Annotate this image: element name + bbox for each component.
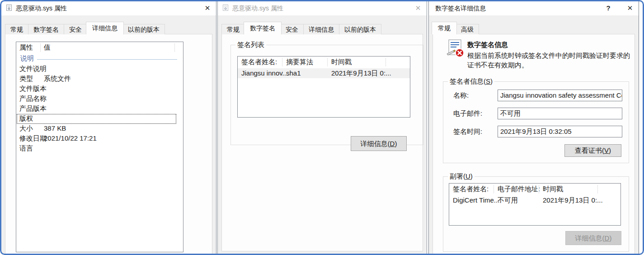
signing-time-field[interactable]: 2021年9月13日 0:32:05: [498, 126, 622, 137]
tab-strip: 常规 数字签名 安全 详细信息 以前的版本: [5, 22, 165, 34]
property-row[interactable]: 类型 系统文件: [16, 74, 183, 84]
titlebar[interactable]: 数字签名详细信息 ? ✕: [429, 1, 639, 15]
group-label: 说明: [20, 54, 34, 63]
signatures-tab-page: 签名列表 签名者姓名: 摘要算法 时间戳 Jiangsu innov... sh…: [221, 34, 423, 251]
tab-previous-versions[interactable]: 以前的版本: [339, 24, 381, 34]
column-divider[interactable]: [539, 185, 539, 194]
window-title: 数字签名详细信息: [435, 5, 486, 13]
groupbox-label: 签名者信息(S): [448, 77, 494, 86]
signing-time-label: 签名时间:: [453, 128, 482, 136]
countersignature-row[interactable]: DigiCert Time... 不可用 2021年9月13日 0:...: [449, 195, 620, 205]
signature-details-dialog: 数字签名详细信息 ? ✕ 常规 高级 数字签名信息: [428, 1, 639, 255]
countersignature-details-button-disabled: 详细信息(D): [565, 231, 621, 245]
property-row[interactable]: 文件版本: [16, 84, 183, 94]
close-icon[interactable]: ✕: [201, 1, 214, 15]
column-signer-name[interactable]: 签名者姓名:: [241, 58, 277, 66]
titlebar[interactable]: 恶意驱动.sys 属性 ✕: [1, 1, 216, 15]
titlebar[interactable]: 恶意驱动.sys 属性 ✕: [218, 1, 427, 15]
column-value[interactable]: 值: [44, 43, 51, 52]
property-row-copyright-focused[interactable]: 版权: [16, 113, 183, 123]
tab-general[interactable]: 常规: [432, 22, 457, 34]
tab-security[interactable]: 安全: [64, 24, 87, 34]
property-row[interactable]: 产品名称: [16, 94, 183, 104]
column-timestamp[interactable]: 时间戳: [543, 185, 563, 194]
tab-details[interactable]: 详细信息: [86, 22, 124, 34]
general-tab-page: 数字签名信息 根据当前系统时钟或签名文件中的时间戳验证时要求的证书不在有效期内。…: [432, 34, 635, 255]
tab-advanced[interactable]: 高级: [456, 24, 479, 34]
column-digest-algorithm[interactable]: 摘要算法: [286, 58, 313, 66]
column-signer-name[interactable]: 签名者姓名:: [453, 185, 489, 194]
signature-list-groupbox: 签名列表 签名者姓名: 摘要算法 时间戳 Jiangsu innov... sh…: [230, 45, 423, 145]
property-row[interactable]: 修改日期 2021/10/22 17:21: [16, 133, 183, 143]
signature-listview[interactable]: 签名者姓名: 摘要算法 时间戳 Jiangsu innov... sha1 20…: [237, 56, 410, 118]
property-row[interactable]: 文件说明: [16, 64, 183, 74]
help-icon[interactable]: ?: [602, 1, 615, 15]
list-header: 签名者姓名: 摘要算法 时间戳: [238, 57, 410, 68]
window-title: 恶意驱动.sys 属性: [232, 5, 283, 13]
tab-strip: 常规 高级: [432, 22, 479, 34]
column-divider[interactable]: [327, 58, 328, 66]
column-divider[interactable]: [385, 58, 386, 66]
tab-digital-signatures[interactable]: 数字签名: [28, 24, 64, 34]
tab-digital-signatures[interactable]: 数字签名: [244, 22, 282, 34]
tab-strip: 常规 数字签名 安全 详细信息 以前的版本: [221, 22, 381, 34]
group-row-description: 说明: [16, 54, 183, 64]
tab-previous-versions[interactable]: 以前的版本: [122, 24, 165, 34]
sys-file-icon: [5, 4, 13, 13]
tab-details[interactable]: 详细信息: [303, 24, 339, 34]
list-header: 属性 值: [16, 42, 183, 54]
properties-list[interactable]: 属性 值 说明 文件说明 类型 系统文件 文件版: [16, 42, 183, 252]
column-property[interactable]: 属性: [19, 43, 33, 52]
details-button[interactable]: 详细信息(D): [351, 136, 407, 151]
tab-general[interactable]: 常规: [221, 24, 245, 34]
countersignature-listview[interactable]: 签名者姓名: 电子邮件地址: 时间戳 DigiCert Time... 不可用 …: [449, 183, 621, 226]
column-divider[interactable]: [494, 185, 494, 194]
signature-info-heading: 数字签名信息: [467, 41, 508, 49]
column-divider[interactable]: [174, 43, 175, 52]
column-divider[interactable]: [597, 185, 598, 194]
properties-dialog-details-tab: 恶意驱动.sys 属性 ✕ 常规 数字签名 安全 详细信息 以前的版本 属性 值…: [1, 1, 216, 255]
window-title: 恶意驱动.sys 属性: [16, 5, 67, 13]
groupbox-label: 副署(U): [448, 172, 475, 181]
sys-file-icon: [222, 4, 229, 13]
close-icon[interactable]: ✕: [411, 1, 425, 15]
properties-dialog-signatures-tab: 恶意驱动.sys 属性 ✕ 常规 数字签名 安全 详细信息 以前的版本 签名列表…: [217, 1, 427, 255]
countersignatures-groupbox: 副署(U) 签名者姓名: 电子邮件地址: 时间戳 DigiCert Time..…: [443, 176, 629, 252]
group-divider-line: [37, 59, 177, 60]
close-icon[interactable]: ✕: [623, 1, 637, 15]
groupbox-label: 签名列表: [235, 41, 266, 49]
column-email-address[interactable]: 电子邮件地址:: [498, 185, 540, 194]
signature-info-message: 根据当前系统时钟或签名文件中的时间戳验证时要求的证书不在有效期内。: [467, 51, 636, 70]
tab-general[interactable]: 常规: [5, 24, 28, 34]
name-label: 名称:: [453, 91, 469, 100]
column-divider[interactable]: [282, 58, 282, 66]
details-tab-page: 属性 值 说明 文件说明 类型 系统文件 文件版: [5, 34, 212, 255]
list-header: 签名者姓名: 电子邮件地址: 时间戳: [449, 184, 620, 195]
signature-row[interactable]: Jiangsu innov... sha1 2021年9月13日 0:...: [238, 68, 410, 78]
column-divider[interactable]: [40, 43, 41, 52]
screenshot-canvas: 恶意驱动.sys 属性 ✕ 常规 数字签名 安全 详细信息 以前的版本 属性 值…: [0, 0, 644, 255]
view-certificate-button[interactable]: 查看证书(V): [564, 144, 621, 157]
certificate-error-icon: [446, 39, 465, 58]
name-field[interactable]: Jiangsu innovation safety assessment Co.…: [498, 90, 622, 101]
email-label: 电子邮件:: [453, 109, 482, 118]
property-row[interactable]: 大小 387 KB: [16, 123, 183, 133]
tab-security[interactable]: 安全: [280, 24, 304, 34]
email-field[interactable]: 不可用: [498, 108, 622, 119]
property-row[interactable]: 语言: [16, 143, 183, 153]
signer-info-groupbox: 签名者信息(S) 名称: Jiangsu innovation safety a…: [443, 81, 629, 163]
column-timestamp[interactable]: 时间戳: [331, 58, 352, 66]
property-row[interactable]: 产品版本: [16, 104, 183, 113]
